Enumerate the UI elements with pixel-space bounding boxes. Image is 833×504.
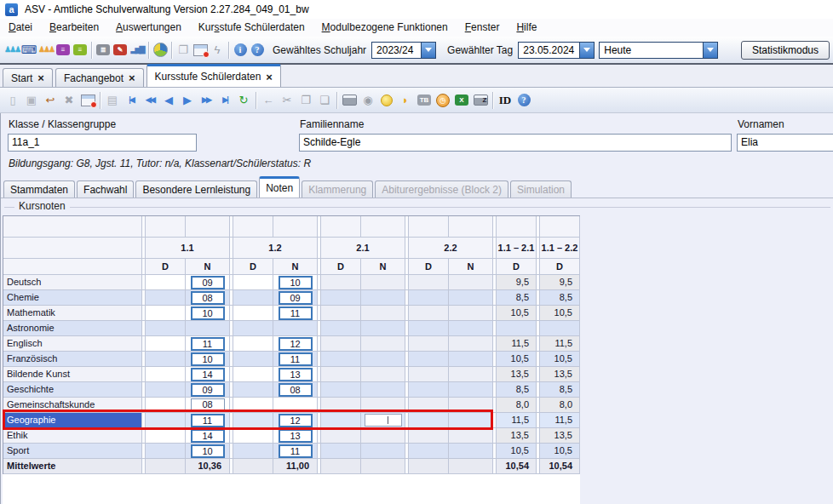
keyboard-icon[interactable]: ⌨: [20, 40, 37, 60]
menu-kursstufe-schuelerdaten[interactable]: Kursstufe Schülerdaten: [190, 19, 313, 37]
copy-disabled-icon[interactable]: ❐: [296, 90, 315, 111]
grade-input[interactable]: 14: [191, 429, 225, 443]
record-card-disabled-icon[interactable]: ▤: [103, 90, 122, 111]
nav-prev-icon[interactable]: ◀: [159, 90, 178, 111]
tab-fachwahl[interactable]: Fachwahl: [77, 180, 134, 198]
close-icon[interactable]: ×: [37, 72, 44, 83]
nav-next-icon[interactable]: ▶: [178, 90, 197, 111]
grade-input[interactable]: 12: [279, 414, 313, 427]
print-list-icon[interactable]: Z: [471, 90, 490, 111]
help2-icon[interactable]: ?: [514, 90, 533, 111]
grade-input[interactable]: 13: [279, 429, 313, 443]
grade-input[interactable]: 11: [191, 337, 225, 351]
hint-icon[interactable]: [377, 90, 396, 111]
staff-icon[interactable]: ♟♟♟: [37, 40, 55, 60]
subject-cell[interactable]: Mathematik: [3, 306, 142, 321]
subject-cell[interactable]: Astronomie: [3, 321, 142, 336]
flash-disabled-icon[interactable]: ϟ: [209, 40, 226, 60]
grade-input[interactable]: 08: [191, 398, 225, 411]
grade-input[interactable]: 09: [279, 291, 313, 305]
menu-auswertungen[interactable]: Auswertungen: [107, 19, 190, 37]
chevron-down-icon[interactable]: [703, 43, 717, 58]
print-icon[interactable]: [340, 90, 359, 111]
grade-input[interactable]: 09: [191, 383, 225, 397]
discard-icon[interactable]: [78, 90, 97, 111]
menu-fenster[interactable]: Fenster: [457, 19, 508, 37]
help-icon[interactable]: ?: [249, 40, 266, 60]
grade-input[interactable]: 11: [279, 352, 313, 366]
tag-select[interactable]: 23.05.2024: [518, 42, 595, 59]
grade-input[interactable]: 11: [191, 414, 225, 427]
delete-icon[interactable]: ✖: [60, 90, 78, 111]
grade-input[interactable]: 13: [279, 368, 313, 381]
tab-noten[interactable]: Noten: [259, 176, 300, 198]
subject-cell[interactable]: Englisch: [3, 336, 142, 352]
nav-first-icon[interactable]: |◀: [122, 90, 141, 111]
nav-prev-fast-icon[interactable]: ◀◀: [141, 90, 159, 111]
preview-disabled-icon[interactable]: ◉: [359, 90, 377, 111]
subject-cell[interactable]: Gemeinschaftskunde: [3, 398, 142, 413]
grade-input[interactable]: 09: [191, 276, 225, 289]
familienname-input[interactable]: Schilde-Egle: [299, 134, 732, 152]
window-remove-icon[interactable]: [192, 40, 209, 60]
grade-input-focused[interactable]: [365, 414, 402, 427]
menu-bearbeiten[interactable]: Bearbeiten: [41, 19, 107, 37]
subject-cell[interactable]: Sport: [3, 444, 142, 459]
excel-icon[interactable]: X: [452, 90, 471, 111]
paste-disabled-icon[interactable]: ❏: [315, 90, 334, 111]
chevron-down-icon[interactable]: [579, 43, 594, 58]
menu-modulbezogene-funktionen[interactable]: Modulbezogene Funktionen: [313, 19, 457, 37]
nav-next-fast-icon[interactable]: ▶▶: [197, 90, 215, 111]
chevron-down-icon[interactable]: [421, 43, 435, 58]
grade-input[interactable]: 10: [279, 276, 313, 289]
nav-last-icon[interactable]: ▶|: [215, 90, 234, 111]
note-purple-icon[interactable]: ≡: [55, 40, 72, 60]
menu-hilfe[interactable]: Hilfe: [508, 19, 545, 37]
close-icon[interactable]: ×: [266, 72, 273, 83]
info-icon[interactable]: i: [232, 40, 249, 60]
barchart-icon[interactable]: ▂▅▇: [129, 40, 146, 60]
grade-input[interactable]: 11: [279, 444, 313, 458]
statistikmodus-button[interactable]: Statistikmodus: [741, 41, 830, 60]
grade-input[interactable]: 08: [279, 383, 313, 397]
pupils-icon[interactable]: ♟♟♟: [3, 40, 20, 60]
subject-cell[interactable]: Geschichte: [3, 382, 142, 398]
grade-input[interactable]: 11: [279, 306, 313, 320]
close-icon[interactable]: ×: [129, 72, 135, 83]
planned-values-icon[interactable]: ◷: [434, 90, 452, 111]
grade-input[interactable]: 14: [191, 368, 225, 381]
klasse-input[interactable]: 11a_1: [8, 134, 197, 152]
tab-start[interactable]: Start×: [3, 68, 53, 87]
subject-cell[interactable]: Bildende Kunst: [3, 367, 142, 382]
addressbook-icon[interactable]: ≣: [95, 40, 112, 60]
tb-icon[interactable]: TB: [415, 90, 434, 111]
cut-disabled-icon[interactable]: ✂: [278, 90, 296, 111]
tab-stammdaten[interactable]: Stammdaten: [3, 180, 75, 198]
new-record-disabled-icon[interactable]: ▯: [3, 90, 22, 111]
tab-fachangebot[interactable]: Fachangebot×: [55, 68, 144, 87]
subject-cell[interactable]: Französisch: [3, 352, 142, 367]
refresh-icon[interactable]: ↻: [234, 90, 253, 111]
id-icon[interactable]: ID: [496, 90, 514, 111]
tab-kursstufe-schuelerdaten[interactable]: Kursstufe Schülerdaten×: [146, 64, 281, 87]
note-green-icon[interactable]: ≡: [72, 40, 89, 60]
grade-input[interactable]: 10: [191, 444, 225, 458]
grade-input[interactable]: 08: [191, 291, 225, 305]
clipboard-disabled-icon[interactable]: ❐: [175, 40, 192, 60]
grade-input[interactable]: 12: [279, 337, 313, 351]
vornamen-input[interactable]: Elia: [737, 134, 833, 152]
undo-icon[interactable]: ↩: [41, 90, 60, 111]
grade-input[interactable]: 10: [191, 306, 225, 320]
subject-cell[interactable]: Deutsch: [3, 275, 142, 290]
back-disabled-icon[interactable]: ←: [259, 90, 278, 111]
save-disabled-icon[interactable]: ▣: [22, 90, 41, 111]
schuljahr-select[interactable]: 2023/24: [371, 42, 436, 59]
preset-select[interactable]: Heute: [599, 42, 718, 59]
subject-cell[interactable]: Geographie: [3, 413, 142, 428]
piechart-icon[interactable]: [152, 40, 169, 60]
gradebook-icon[interactable]: ✎: [112, 40, 129, 60]
subject-cell[interactable]: Chemie: [3, 290, 142, 306]
subject-cell[interactable]: Ethik: [3, 428, 142, 444]
notify-icon[interactable]: ◗: [396, 90, 415, 111]
menu-datei[interactable]: Datei: [0, 19, 41, 37]
